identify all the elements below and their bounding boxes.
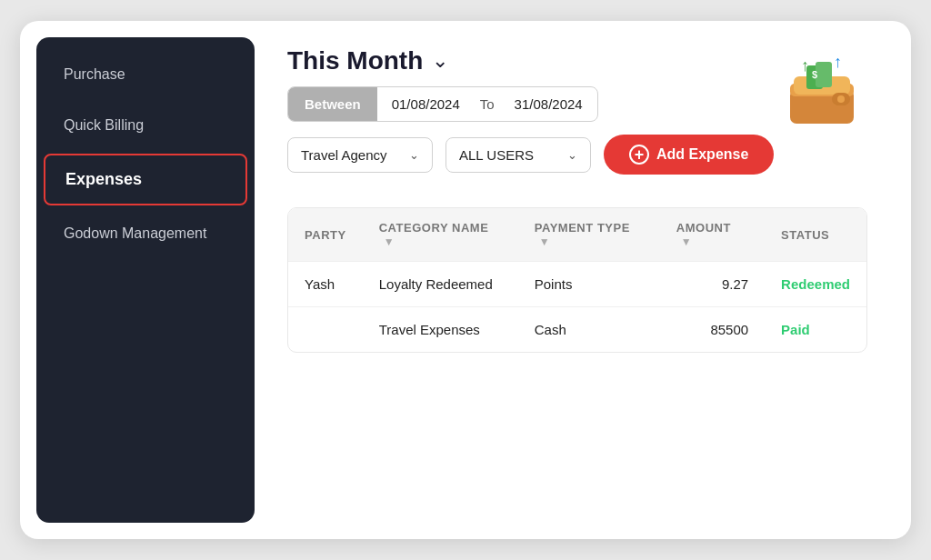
- wallet-icon: $ ↑ ↑: [781, 51, 863, 133]
- main-card: PurchaseQuick BillingExpensesGodown Mana…: [20, 21, 911, 539]
- wallet-icon-area: $ ↑ ↑: [776, 46, 867, 137]
- amount-filter-icon[interactable]: ▼: [681, 235, 692, 248]
- cell-category-1: Travel Expenses: [363, 307, 518, 353]
- plus-circle-icon: +: [629, 145, 649, 165]
- col-payment-type: PAYMENT TYPE ▼: [518, 208, 660, 262]
- date-range-bar: Between 01/08/2024 To 31/08/2024: [287, 86, 598, 122]
- cell-amount-0: 9.27: [660, 262, 765, 307]
- svg-rect-4: [816, 62, 832, 87]
- payment-filter-icon[interactable]: ▼: [539, 235, 550, 248]
- col-party: PARTY: [288, 208, 363, 262]
- category-chevron-icon: ⌄: [409, 148, 419, 162]
- category-filter-icon[interactable]: ▼: [384, 235, 395, 248]
- table-row: YashLoyalty RedeemedPoints9.27Redeemed: [288, 262, 866, 307]
- category-dropdown[interactable]: Travel Agency ⌄: [287, 137, 433, 173]
- cell-payment-0: Points: [518, 262, 660, 307]
- date-from-value[interactable]: 01/08/2024: [377, 87, 475, 121]
- header-left: This Month ⌄ Between 01/08/2024 To 31/08…: [287, 46, 774, 175]
- sidebar-item-godown-management[interactable]: Godown Management: [44, 211, 247, 256]
- users-dropdown[interactable]: ALL USERS ⌄: [445, 137, 591, 173]
- between-label: Between: [288, 87, 377, 121]
- sidebar: PurchaseQuick BillingExpensesGodown Mana…: [36, 37, 255, 523]
- cell-status-1: Paid: [765, 307, 866, 353]
- sidebar-item-quick-billing[interactable]: Quick Billing: [44, 103, 247, 148]
- add-expense-button[interactable]: + Add Expense: [604, 135, 774, 175]
- sidebar-item-expenses[interactable]: Expenses: [44, 154, 247, 205]
- users-label: ALL USERS: [459, 147, 534, 163]
- svg-text:↑: ↑: [801, 56, 809, 75]
- col-status: STATUS: [765, 208, 866, 262]
- table-row: Travel ExpensesCash85500Paid: [288, 307, 866, 353]
- table-header: PARTY CATEGORY NAME ▼ PAYMENT TYPE ▼ AMO…: [288, 208, 866, 262]
- header-row: This Month ⌄ Between 01/08/2024 To 31/08…: [287, 46, 867, 175]
- page-title: This Month: [287, 46, 423, 75]
- expenses-table: PARTY CATEGORY NAME ▼ PAYMENT TYPE ▼ AMO…: [288, 208, 866, 352]
- svg-text:$: $: [812, 69, 817, 80]
- svg-point-9: [837, 95, 845, 103]
- expenses-table-container: PARTY CATEGORY NAME ▼ PAYMENT TYPE ▼ AMO…: [287, 207, 867, 353]
- month-dropdown-icon[interactable]: ⌄: [432, 49, 448, 73]
- col-category: CATEGORY NAME ▼: [363, 208, 518, 262]
- date-to-value[interactable]: 31/08/2024: [500, 87, 597, 121]
- category-label: Travel Agency: [301, 147, 387, 163]
- date-to-label: To: [475, 87, 500, 121]
- title-row: This Month ⌄: [287, 46, 774, 75]
- sidebar-item-purchase[interactable]: Purchase: [44, 52, 247, 97]
- cell-status-0: Redeemed: [765, 262, 866, 307]
- filters-row: Travel Agency ⌄ ALL USERS ⌄ + Add Expens…: [287, 135, 774, 175]
- users-chevron-icon: ⌄: [567, 148, 577, 162]
- add-expense-label: Add Expense: [656, 146, 748, 163]
- svg-text:↑: ↑: [834, 53, 842, 71]
- cell-category-0: Loyalty Redeemed: [363, 262, 518, 307]
- cell-amount-1: 85500: [660, 307, 765, 353]
- cell-payment-1: Cash: [518, 307, 660, 353]
- main-content: This Month ⌄ Between 01/08/2024 To 31/08…: [255, 37, 895, 523]
- cell-party-1: [288, 307, 363, 353]
- cell-party-0: Yash: [288, 262, 363, 307]
- table-body: YashLoyalty RedeemedPoints9.27RedeemedTr…: [288, 262, 866, 353]
- col-amount: AMOUNT ▼: [660, 208, 765, 262]
